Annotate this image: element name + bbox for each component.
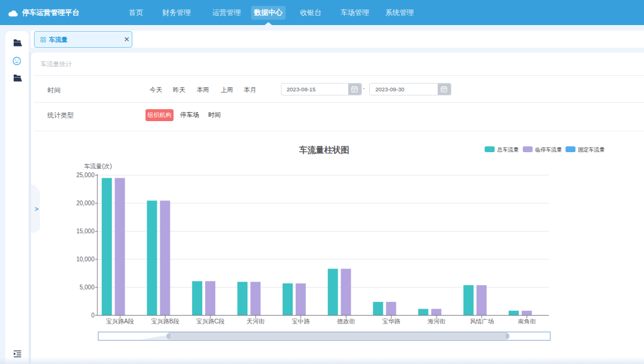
svg-text:南角街: 南角街: [518, 318, 536, 325]
svg-text:25,000: 25,000: [76, 172, 95, 178]
svg-text:海河街: 海河街: [428, 318, 445, 325]
svg-text:0: 0: [91, 312, 95, 319]
svg-text:5,000: 5,000: [79, 284, 94, 291]
svg-text:天河街: 天河街: [247, 318, 265, 325]
svg-text:宝华路: 宝华路: [382, 318, 400, 325]
svg-text:德政街: 德政街: [336, 318, 355, 325]
svg-text:15,000: 15,000: [76, 228, 95, 235]
svg-text:固定车流量: 固定车流量: [578, 147, 605, 153]
svg-text:总车流量: 总车流量: [497, 147, 519, 153]
svg-text:宝中路: 宝中路: [292, 318, 310, 325]
svg-text:宝兴路C段: 宝兴路C段: [196, 318, 224, 325]
svg-text:10,000: 10,000: [76, 256, 95, 263]
svg-text:20,000: 20,000: [76, 200, 95, 206]
svg-text:车流量柱状图: 车流量柱状图: [299, 145, 349, 155]
svg-text:宝兴路A段: 宝兴路A段: [106, 318, 134, 325]
svg-text:风情广场: 风情广场: [470, 318, 494, 325]
svg-text:临停车流量: 临停车流量: [535, 147, 562, 153]
svg-text:车流量(次): 车流量(次): [84, 163, 112, 169]
svg-text:宝兴路B段: 宝兴路B段: [151, 318, 179, 325]
